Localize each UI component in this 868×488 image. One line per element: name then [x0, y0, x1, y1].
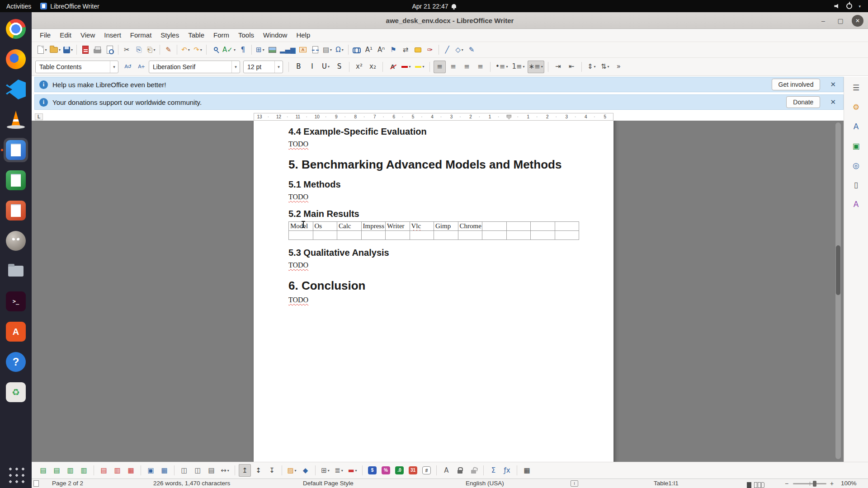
table-cell[interactable]: Impress	[361, 222, 386, 231]
footnote-icon[interactable]: A¹	[363, 43, 375, 56]
font-color-icon[interactable]	[400, 61, 412, 73]
page-icon[interactable]: ▯	[848, 177, 864, 193]
system-tray[interactable]: ▾	[834, 3, 868, 9]
dropdown-arrow-icon[interactable]	[328, 469, 330, 473]
currency-format-icon[interactable]: $	[366, 464, 378, 477]
border-color-icon[interactable]: ▬	[346, 464, 359, 477]
dropdown-arrow-icon[interactable]	[231, 61, 240, 73]
language-status[interactable]: English (USA)	[466, 479, 504, 488]
formula-icon[interactable]: ƒx	[501, 464, 513, 477]
paragraph[interactable]: TODO	[288, 296, 579, 304]
outline-list-icon[interactable]: ∗≡	[528, 61, 544, 73]
spelling-icon[interactable]: A✓	[221, 43, 237, 56]
insert-field-icon[interactable]: ▤	[321, 43, 334, 56]
zoom-in-button[interactable]: +	[830, 479, 834, 488]
delete-row-icon[interactable]: ▤	[98, 464, 110, 477]
insert-chart-icon[interactable]: ▂▄▆	[278, 43, 297, 56]
hyperlink-icon[interactable]	[351, 43, 363, 56]
minimize-button[interactable]: –	[817, 15, 829, 27]
dropdown-arrow-icon[interactable]	[71, 48, 73, 52]
table-cell[interactable]	[337, 231, 362, 240]
decimal-format-icon[interactable]: .0	[393, 464, 406, 477]
clone-formatting-icon[interactable]: ✎	[162, 43, 175, 56]
paragraph-style-combo[interactable]: Table Contents	[35, 61, 118, 73]
cross-reference-icon[interactable]: ⇄	[400, 43, 412, 56]
insert-row-below-icon[interactable]: ▤	[51, 464, 63, 477]
single-page-view-icon[interactable]	[747, 482, 751, 488]
cut-icon[interactable]: ✂	[121, 43, 133, 56]
dropdown-arrow-icon[interactable]	[523, 65, 525, 69]
dock-writer-icon[interactable]	[4, 138, 28, 162]
show-applications-icon[interactable]	[7, 465, 25, 483]
vertical-scrollbar[interactable]	[835, 122, 841, 459]
font-size-combo[interactable]: 12 pt	[243, 61, 283, 73]
undo-icon[interactable]: ↶	[179, 43, 192, 56]
dock-help-icon[interactable]	[4, 350, 28, 374]
dock-terminal-icon[interactable]	[4, 289, 28, 314]
borders-icon[interactable]: ⊞	[319, 464, 331, 477]
menu-item[interactable]: Window	[259, 29, 292, 42]
title-bar[interactable]: awe_desk_env.docx - LibreOffice Writer –…	[32, 12, 868, 29]
justify-button[interactable]: ≡	[474, 61, 486, 73]
table-cell[interactable]: Model	[289, 222, 313, 231]
print-icon[interactable]	[91, 43, 104, 56]
draw-functions-icon[interactable]: ✎	[466, 43, 478, 56]
table-cell[interactable]	[482, 222, 507, 231]
paragraph-spacing-icon[interactable]: ⇅	[599, 61, 611, 73]
paragraph[interactable]: 5.2 Main Results	[288, 208, 579, 219]
dock-impress-icon[interactable]	[4, 198, 28, 223]
paragraph[interactable]: 6. Conclusion	[288, 278, 579, 293]
merge-cells-icon[interactable]: ◫	[178, 464, 190, 477]
activities-button[interactable]: Activities	[6, 3, 31, 10]
table-cell[interactable]: Writer	[386, 222, 410, 231]
paragraph[interactable]: 4.4 Example-Specific Evaluation	[288, 126, 579, 137]
multi-page-view-icon[interactable]	[758, 482, 761, 488]
new-style-icon[interactable]: A+	[135, 61, 147, 73]
sidebar-settings-icon[interactable]: ☰	[848, 80, 864, 96]
page-number-status[interactable]: Page 2 of 2	[52, 479, 83, 488]
insert-row-above-icon[interactable]: ▤	[37, 464, 49, 477]
dropdown-arrow-icon[interactable]	[227, 469, 229, 473]
line-spacing-icon[interactable]: ⇕	[585, 61, 598, 73]
table-cell[interactable]	[410, 231, 434, 240]
multi-page-view-icon[interactable]	[754, 482, 757, 488]
date-format-icon[interactable]: 31	[407, 464, 419, 477]
dropdown-arrow-icon[interactable]	[188, 48, 190, 52]
special-character-icon[interactable]: Ω	[334, 43, 346, 56]
paragraph[interactable]: TODO	[288, 140, 579, 148]
menu-item[interactable]: Insert	[99, 29, 126, 42]
style-inspector-icon[interactable]: A	[848, 196, 864, 212]
zoom-slider[interactable]	[793, 483, 826, 484]
decrease-indent-icon[interactable]: ⇤	[566, 61, 578, 73]
comment-icon[interactable]	[412, 43, 424, 56]
dropdown-arrow-icon[interactable]	[200, 48, 202, 52]
table-cell[interactable]	[458, 231, 482, 240]
italic-button[interactable]: I	[306, 61, 318, 73]
document-canvas[interactable]: 4.4 Example-Specific Evaluation TODO 5. …	[32, 121, 844, 462]
paragraph[interactable]: 5. Benchmarking Advanced Models and Meth…	[288, 157, 579, 172]
delete-table-icon[interactable]: ▦	[125, 464, 137, 477]
paragraph[interactable]: TODO	[288, 261, 579, 269]
table-cell[interactable]	[531, 222, 555, 231]
sum-icon[interactable]: Σ	[487, 464, 500, 477]
percent-format-icon[interactable]: %	[380, 464, 392, 477]
table-cell[interactable]: Vlc	[410, 222, 434, 231]
dropdown-arrow-icon[interactable]	[154, 48, 156, 52]
increase-indent-icon[interactable]: ⇥	[552, 61, 564, 73]
open-file-icon[interactable]	[48, 43, 62, 56]
unprotect-cells-icon[interactable]	[467, 464, 480, 477]
basic-shapes-icon[interactable]: ◇	[453, 43, 466, 56]
close-button[interactable]: ✕	[852, 15, 863, 27]
autoformat-icon[interactable]: ◆	[299, 464, 311, 477]
menu-item[interactable]: Edit	[55, 29, 76, 42]
page-style-status[interactable]: Default Page Style	[303, 479, 354, 488]
insert-column-before-icon[interactable]: ▥	[64, 464, 76, 477]
insert-caption-icon[interactable]: A	[440, 464, 453, 477]
table-properties-icon[interactable]: ▦	[521, 464, 533, 477]
dropdown-arrow-icon[interactable]	[295, 469, 297, 473]
table-cell[interactable]	[506, 222, 531, 231]
table-cell[interactable]	[531, 231, 555, 240]
menu-item[interactable]: Form	[209, 29, 234, 42]
dropdown-arrow-icon[interactable]	[328, 65, 330, 69]
endnote-icon[interactable]: Aⁿ	[375, 43, 387, 56]
